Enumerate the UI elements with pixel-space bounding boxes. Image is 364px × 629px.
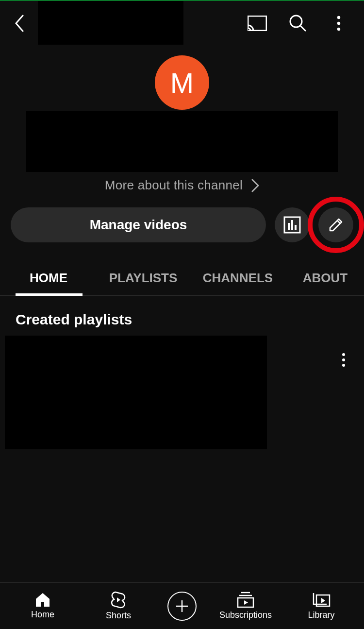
tab-about[interactable]: ABOUT — [286, 261, 364, 295]
plus-icon — [174, 598, 190, 614]
analytics-button[interactable] — [275, 207, 310, 242]
tab-home[interactable]: HOME — [0, 261, 97, 295]
svg-point-1 — [290, 16, 302, 27]
subscriptions-icon — [236, 592, 255, 608]
nav-home[interactable]: Home — [11, 592, 74, 620]
back-button[interactable] — [10, 14, 29, 33]
nav-subscriptions[interactable]: Subscriptions — [214, 592, 277, 620]
edit-channel-button[interactable] — [318, 207, 353, 242]
more-about-channel[interactable]: More about this channel — [0, 178, 364, 193]
channel-tabs: HOME PLAYLISTS CHANNELS ABOUT — [0, 261, 364, 296]
cast-button[interactable] — [247, 13, 268, 34]
shorts-icon — [111, 591, 126, 609]
manage-videos-button[interactable]: Manage videos — [11, 207, 266, 242]
nav-library-label: Library — [308, 610, 334, 620]
nav-subscriptions-label: Subscriptions — [219, 610, 272, 620]
svg-line-2 — [300, 26, 306, 31]
cast-icon — [248, 16, 267, 31]
svg-point-13 — [342, 364, 345, 367]
home-icon — [34, 592, 51, 608]
search-icon — [288, 14, 308, 33]
vertical-dots-icon — [342, 353, 346, 367]
bottom-nav: Home Shorts Subscriptions Lib — [0, 582, 364, 629]
back-arrow-icon — [14, 15, 25, 32]
svg-point-5 — [337, 28, 340, 31]
svg-point-12 — [342, 358, 345, 361]
svg-point-3 — [337, 16, 340, 19]
pencil-icon — [327, 216, 345, 234]
vertical-dots-icon — [337, 16, 341, 31]
more-about-label: More about this channel — [105, 178, 243, 193]
tab-channels[interactable]: CHANNELS — [189, 261, 286, 295]
svg-line-10 — [337, 221, 340, 223]
channel-avatar[interactable]: M — [155, 55, 209, 110]
top-bar — [0, 0, 364, 46]
analytics-icon — [283, 216, 301, 234]
nav-library[interactable]: Library — [290, 592, 353, 620]
svg-rect-9 — [295, 225, 297, 230]
playlist-options-button[interactable] — [334, 350, 353, 370]
svg-point-11 — [342, 353, 345, 356]
nav-shorts[interactable]: Shorts — [87, 591, 150, 621]
manage-videos-label: Manage videos — [90, 217, 187, 233]
section-title-created-playlists: Created playlists — [16, 311, 353, 328]
playlist-item[interactable] — [0, 336, 364, 449]
nav-home-label: Home — [31, 610, 54, 620]
svg-rect-0 — [248, 16, 266, 31]
svg-point-4 — [337, 22, 340, 25]
search-button[interactable] — [287, 13, 309, 34]
tab-playlists[interactable]: PLAYLISTS — [97, 261, 189, 295]
chevron-right-icon — [251, 179, 259, 192]
create-button — [167, 592, 197, 621]
channel-info-redacted — [26, 111, 338, 172]
more-options-button[interactable] — [328, 13, 349, 34]
nav-create[interactable] — [163, 592, 201, 621]
playlist-thumbnail-redacted — [5, 336, 267, 449]
svg-rect-7 — [288, 223, 290, 230]
avatar-letter: M — [170, 67, 194, 99]
svg-rect-8 — [291, 220, 293, 230]
channel-title-redacted — [38, 1, 183, 45]
library-icon — [312, 592, 331, 608]
nav-shorts-label: Shorts — [106, 611, 131, 621]
